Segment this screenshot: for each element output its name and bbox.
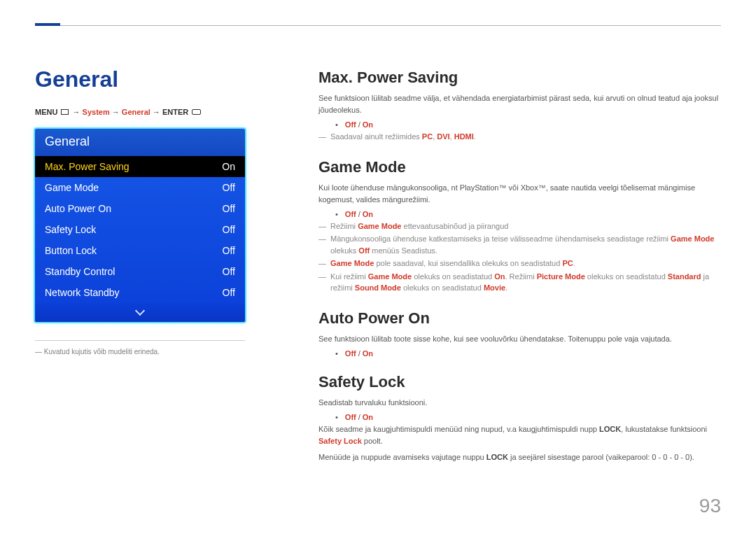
section-desc: Kui loote ühenduse mängukonsooliga, nt P… [318,182,721,206]
menu-item-value: Off [223,224,235,235]
menu-item-value: Off [223,245,235,256]
note-gm-pc: Game Mode pole saadaval, kui sisendallik… [318,258,721,269]
right-column: Max. Power Saving See funktsioon lülitab… [318,69,721,479]
option-off-on: Off / On [318,349,721,358]
menu-item-value: Off [223,287,235,298]
section-heading: Safety Lock [318,373,721,391]
note-dvi: DVI [437,132,449,141]
accent-bar [35,23,60,26]
menu-item-auto-power-on[interactable]: Auto Power On Off [35,198,245,219]
footnote-rule [35,340,245,341]
menu-item-value: Off [223,266,235,277]
left-column: General MENU → System → General → ENTER … [35,66,245,356]
note-gm-disconnect: Mängukonsooliga ühenduse katkestamiseks … [318,233,721,256]
section-desc: See funktsioon lülitab seadme välja, et … [318,92,721,116]
section-heading: Max. Power Saving [318,69,721,87]
option-slash: / [358,210,360,218]
note-post: . [474,132,476,141]
menu-item-value: Off [223,203,235,214]
section-heading: Auto Power On [318,309,721,328]
note-pre: Saadaval ainult režiimides [330,132,422,141]
note-gm-modes: Kui režiimi Game Mode olekuks on seadist… [318,271,721,294]
option-off-on: Off / On [318,413,721,421]
breadcrumb-sep-2: → [112,108,120,116]
menu-item-safety-lock[interactable]: Safety Lock Off [35,219,245,240]
menu-item-label: Button Lock [45,245,97,256]
menu-item-label: Auto Power On [45,203,111,214]
breadcrumb-path-1: System [83,108,110,116]
section-desc2: Kõik seadme ja kaugjuhtimispuldi menüüd … [318,423,721,447]
option-slash: / [358,349,360,358]
menu-item-game-mode[interactable]: Game Mode Off [35,177,245,198]
breadcrumb-menu: MENU [35,108,57,116]
menu-item-button-lock[interactable]: Button Lock Off [35,240,245,261]
section-auto-power-on: Auto Power On See funktsioon lülitab too… [318,309,721,358]
option-on: On [363,120,373,129]
menu-item-label: Game Mode [45,182,99,193]
option-off-on: Off / On [318,210,721,218]
menu-item-label: Standby Control [45,266,115,277]
menu-item-network-standby[interactable]: Network Standby Off [35,282,245,303]
section-heading: Game Mode [318,158,721,176]
breadcrumb-sep-3: → [153,108,160,116]
section-desc3: Menüüde ja nuppude avamiseks vajutage nu… [318,451,721,463]
breadcrumb: MENU → System → General → ENTER [35,108,245,116]
menu-panel-header: General [35,129,245,156]
menu-panel: General Max. Power Saving On Game Mode O… [35,129,245,322]
option-off: Off [345,210,356,218]
left-footnote-text: Kuvatud kujutis võib mudeliti erineda. [44,348,160,356]
menu-item-max-power-saving[interactable]: Max. Power Saving On [35,156,245,177]
breadcrumb-sep-1: → [73,108,80,116]
menu-item-label: Network Standby [45,287,120,298]
menu-icon [61,109,69,115]
option-slash: / [358,120,360,129]
menu-item-value: Off [223,182,235,193]
option-on: On [363,210,373,218]
breadcrumb-enter: ENTER [162,108,188,116]
option-on: On [363,413,373,421]
option-slash: / [358,413,360,421]
left-footnote: ― Kuvatud kujutis võib mudeliti erineda. [35,348,245,356]
enter-icon [192,109,201,115]
option-off: Off [345,120,356,129]
section-game-mode: Game Mode Kui loote ühenduse mängukonsoo… [318,158,721,294]
option-off-on: Off / On [318,120,721,129]
option-off: Off [345,349,356,358]
page-number: 93 [699,495,721,517]
breadcrumb-path-2: General [122,108,150,116]
note-hdmi: HDMI [454,132,474,141]
note-gm-precautions: Režiimi Game Mode ettevaatusabinõud ja p… [318,220,721,232]
note-pc: PC [422,132,433,141]
section-desc: See funktsioon lülitab toote sisse kohe,… [318,333,721,345]
chevron-down-icon [135,306,145,316]
top-rule [35,25,721,26]
page-title: General [35,66,245,92]
option-on: On [363,349,373,358]
menu-item-standby-control[interactable]: Standby Control Off [35,261,245,282]
menu-scroll-down[interactable] [35,303,245,322]
section-safety-lock: Safety Lock Seadistab turvaluku funktsio… [318,373,721,463]
section-max-power-saving: Max. Power Saving See funktsioon lülitab… [318,69,721,143]
menu-item-label: Safety Lock [45,224,96,235]
menu-item-label: Max. Power Saving [45,161,130,172]
menu-item-value: On [222,161,235,172]
option-off: Off [345,413,356,421]
menu-panel-body: Max. Power Saving On Game Mode Off Auto … [35,156,245,322]
section-desc: Seadistab turvaluku funktsiooni. [318,397,721,409]
note-available-modes: Saadaval ainult režiimides PC, DVI, HDMI… [318,131,721,143]
